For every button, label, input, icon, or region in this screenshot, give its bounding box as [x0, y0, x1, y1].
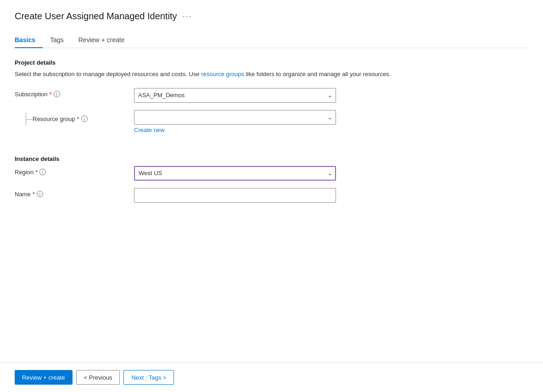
name-required: * — [33, 191, 35, 198]
name-row: Name * i — [15, 188, 528, 203]
project-details-section: Project details Select the subscription … — [15, 59, 528, 141]
region-info-icon[interactable]: i — [39, 169, 46, 175]
rg-indent: Resource group * i — [15, 110, 134, 126]
review-create-button[interactable]: Review + create — [15, 370, 73, 385]
region-select[interactable]: West US East US East US 2 West Europe No… — [134, 166, 336, 181]
name-input[interactable] — [134, 188, 336, 203]
previous-button[interactable]: < Previous — [76, 370, 120, 385]
subscription-required: * — [50, 91, 52, 98]
tab-basics[interactable]: Basics — [15, 33, 43, 48]
subscription-control: ASA_PM_Demos ⌄ — [134, 88, 336, 103]
next-tags-button[interactable]: Next : Tags > — [123, 370, 174, 385]
resource-group-select[interactable] — [134, 110, 336, 125]
rg-required: * — [77, 116, 79, 122]
instance-details-section: Instance details Region * i West US East… — [15, 155, 528, 210]
rg-info-icon[interactable]: i — [81, 116, 88, 122]
page-header: Create User Assigned Managed Identity ··… — [15, 11, 528, 22]
project-details-title: Project details — [15, 59, 528, 66]
resource-groups-link[interactable]: resource groups — [201, 71, 244, 77]
region-label: Region * i — [15, 166, 134, 176]
name-label: Name * i — [15, 188, 134, 198]
instance-details-title: Instance details — [15, 155, 528, 162]
resource-group-label: Resource group * i — [33, 113, 88, 122]
region-required: * — [35, 169, 38, 176]
tab-review-create[interactable]: Review + create — [78, 33, 132, 48]
subscription-select-wrapper: ASA_PM_Demos ⌄ — [134, 88, 336, 103]
bottom-bar: Review + create < Previous Next : Tags > — [0, 362, 543, 392]
rg-select-wrapper: ⌄ — [134, 110, 336, 125]
more-options-icon[interactable]: ··· — [183, 11, 192, 21]
subscription-row: Subscription * i ASA_PM_Demos ⌄ — [15, 88, 528, 103]
tab-bar: Basics Tags Review + create — [15, 33, 528, 48]
region-row: Region * i West US East US East US 2 Wes… — [15, 166, 528, 181]
subscription-label: Subscription * i — [15, 88, 134, 98]
region-select-wrapper: West US East US East US 2 West Europe No… — [134, 166, 336, 181]
name-control — [134, 188, 336, 203]
project-details-desc: Select the subscription to manage deploy… — [15, 70, 528, 79]
tab-tags[interactable]: Tags — [50, 33, 71, 48]
region-control: West US East US East US 2 West Europe No… — [134, 166, 336, 181]
resource-group-control: ⌄ Create new — [134, 110, 336, 133]
resource-group-row: Resource group * i ⌄ Create new — [15, 110, 528, 133]
create-new-link[interactable]: Create new — [134, 127, 164, 133]
subscription-select[interactable]: ASA_PM_Demos — [134, 88, 336, 103]
page-title: Create User Assigned Managed Identity — [15, 11, 177, 22]
name-info-icon[interactable]: i — [37, 191, 43, 197]
subscription-info-icon[interactable]: i — [54, 91, 60, 97]
